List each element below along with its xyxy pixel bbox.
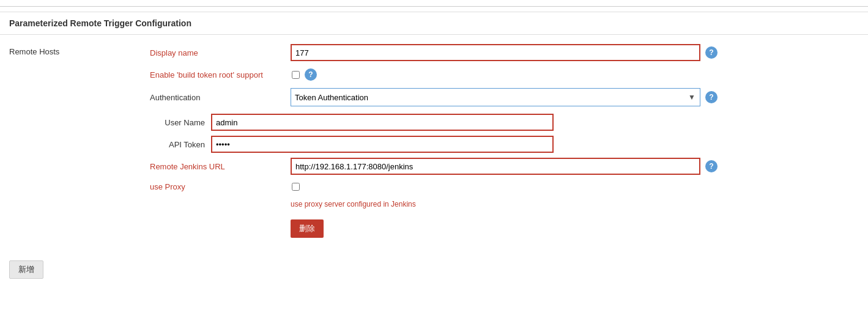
api-token-row: API Token [150, 136, 859, 153]
display-name-row: Display name ? [150, 44, 859, 61]
enable-build-token-label: Enable 'build token root' support [150, 70, 291, 79]
add-btn-container: 新增 [0, 254, 868, 279]
delete-btn-row: 删除 [150, 217, 859, 238]
user-name-row: User Name [150, 114, 859, 131]
authentication-label: Authentication [150, 93, 291, 102]
remote-jenkins-url-row: Remote Jenkins URL ? [150, 158, 859, 175]
enable-build-token-row: Enable 'build token root' support ? [150, 68, 859, 81]
use-proxy-checkbox[interactable] [292, 183, 300, 191]
remote-jenkins-url-input[interactable] [291, 158, 700, 175]
use-proxy-row: use Proxy [150, 182, 859, 191]
add-button[interactable]: 新增 [9, 260, 43, 279]
authentication-help-icon[interactable]: ? [705, 91, 718, 103]
enable-build-token-checkbox[interactable] [292, 71, 300, 79]
enable-build-token-help-icon[interactable]: ? [305, 68, 317, 81]
main-layout: Remote Hosts Display name ? Enable 'buil… [0, 35, 868, 254]
section-title: Parameterized Remote Trigger Configurati… [0, 12, 868, 35]
delete-button[interactable]: 删除 [291, 219, 324, 238]
display-name-help-icon[interactable]: ? [705, 46, 718, 59]
user-name-input[interactable] [211, 114, 554, 131]
page-container: Parameterized Remote Trigger Configurati… [0, 0, 868, 313]
api-token-input[interactable] [211, 136, 554, 153]
token-auth-subform: User Name API Token [150, 114, 859, 153]
remote-jenkins-url-label: Remote Jenkins URL [150, 162, 291, 171]
display-name-input[interactable] [291, 44, 700, 61]
proxy-hint-text: use proxy server configured in Jenkins [291, 200, 416, 208]
authentication-row: Authentication Token Authentication Basi… [150, 88, 859, 106]
remote-jenkins-url-help-icon[interactable]: ? [705, 160, 718, 172]
remote-hosts-label: Remote Hosts [0, 41, 141, 248]
api-token-label: API Token [150, 140, 211, 149]
user-name-label: User Name [150, 118, 211, 127]
use-proxy-label: use Proxy [150, 182, 291, 191]
display-name-label: Display name [150, 48, 291, 57]
proxy-hint-row: use proxy server configured in Jenkins [150, 199, 859, 212]
authentication-select-wrapper: Token Authentication Basic Authenticatio… [291, 88, 700, 106]
form-content: Display name ? Enable 'build token root'… [141, 41, 868, 248]
authentication-select[interactable]: Token Authentication Basic Authenticatio… [291, 88, 700, 106]
